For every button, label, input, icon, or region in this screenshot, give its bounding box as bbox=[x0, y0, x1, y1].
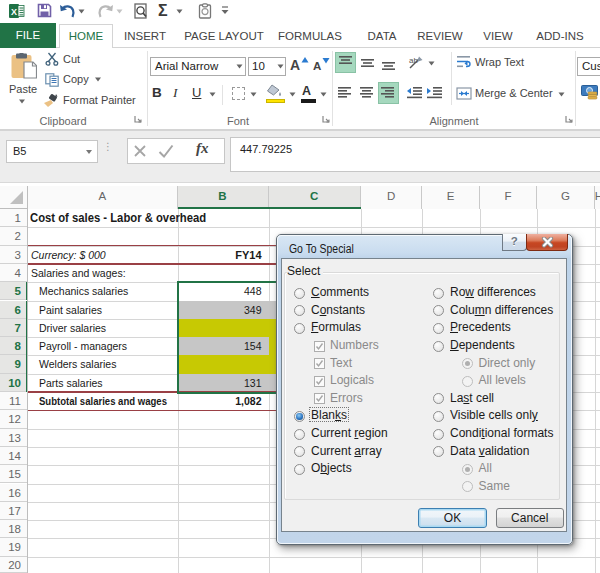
svg-text:X: X bbox=[11, 7, 17, 17]
svg-text:ab: ab bbox=[409, 56, 418, 65]
